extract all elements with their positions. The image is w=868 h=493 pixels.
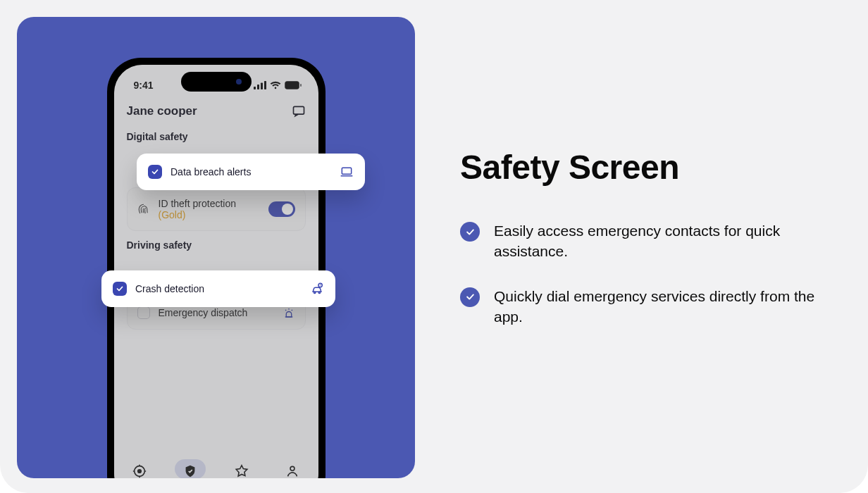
crash-checkbox[interactable] [113,282,127,296]
svg-point-13 [318,292,320,293]
tab-location-icon[interactable] [132,463,147,478]
svg-point-9 [137,470,141,473]
feature-id-theft-label: ID theft protection (Gold) [159,198,260,220]
feature-data-breach-card[interactable]: Data breach alerts [137,154,365,190]
svg-rect-5 [286,82,298,88]
battery-icon [285,81,302,89]
section-driving-safety: Driving safety [127,239,306,251]
svg-rect-0 [254,87,256,89]
check-badge-icon [460,287,480,307]
page-container: 9:41 Jane cooper Digital safety [0,0,868,493]
data-breach-checkbox[interactable] [148,165,162,179]
bullet-item: Easily access emergency contacts for qui… [460,220,826,262]
tab-safety-icon[interactable] [182,463,198,478]
chat-icon[interactable] [292,104,306,118]
status-indicators [254,81,302,89]
crash-label: Crash detection [135,283,302,294]
bullet-text: Easily access emergency contacts for qui… [494,220,818,262]
description-panel: Safety Screen Easily access emergency co… [415,0,868,493]
car-alert-icon [310,282,324,296]
tier-badge: (Gold) [159,209,186,220]
status-time: 9:41 [134,80,154,91]
svg-point-12 [314,292,316,293]
phone-notch [181,72,252,92]
wifi-icon [270,81,281,89]
data-breach-label: Data breach alerts [170,166,331,177]
showcase-panel: 9:41 Jane cooper Digital safety [17,17,415,478]
bullet-text: Quickly dial emergency services directly… [494,286,818,327]
svg-rect-3 [264,81,266,89]
screen-header: Jane cooper [127,104,306,118]
feature-crash-detection-card[interactable]: Crash detection [101,270,335,307]
svg-rect-11 [342,168,351,174]
tab-star-icon[interactable] [234,463,249,478]
section-digital-safety: Digital safety [127,131,306,142]
tab-bar [114,459,318,478]
tab-profile-icon[interactable] [285,463,300,478]
user-name: Jane cooper [127,104,197,118]
svg-rect-2 [261,83,263,90]
check-badge-icon [460,222,480,242]
svg-rect-7 [293,106,304,114]
fingerprint-icon [137,203,150,216]
feature-emergency-label: Emergency dispatch [159,307,274,318]
emergency-checkbox[interactable] [137,306,150,319]
id-theft-toggle[interactable] [268,201,295,217]
svg-rect-6 [300,84,302,87]
svg-point-10 [290,466,294,470]
svg-rect-1 [257,85,259,89]
siren-icon [283,306,295,319]
cellular-icon [254,81,266,89]
phone-frame: 9:41 Jane cooper Digital safety [107,58,326,478]
page-title: Safety Screen [460,148,826,187]
bullet-item: Quickly dial emergency services directly… [460,286,826,327]
feature-id-theft[interactable]: ID theft protection (Gold) [127,187,306,231]
laptop-icon [340,165,354,179]
